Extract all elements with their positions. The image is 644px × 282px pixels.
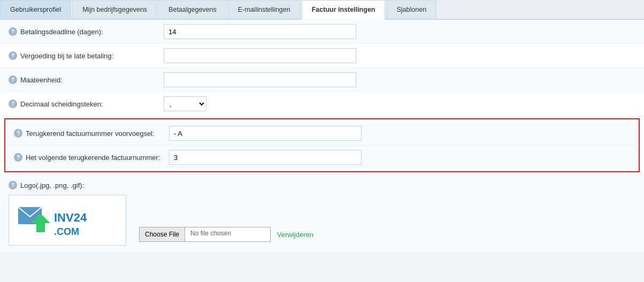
label-text-volgend-terugkerend: Het volgende terugkerende factuurnummer:	[26, 154, 160, 162]
label-maateenheid: ? Maateenheid:	[9, 75, 164, 84]
tab-e-mailinstellingen[interactable]: E-mailinstellingen	[228, 0, 301, 19]
label-decimaal: ? Decimaal scheidingsteken:	[9, 100, 164, 108]
label-text-factuurnummer-voorvoegsel: Terugkerend factuurnummer voorvoegsel:	[26, 129, 155, 138]
row-vergoeding: ? Vergoeding bij te late betaling:	[0, 44, 644, 68]
label-text-vergoeding: Vergoeding bij te late betaling:	[20, 52, 113, 60]
input-vergoeding[interactable]	[164, 48, 356, 63]
row-factuurnummer-voorvoegsel: ? Terugkerend factuurnummer voorvoegsel:	[5, 121, 639, 146]
main-content: ? Betalingsdeadline (dagen): ? Vergoedin…	[0, 20, 644, 253]
highlighted-recurring-section: ? Terugkerend factuurnummer voorvoegsel:…	[4, 118, 640, 172]
svg-text:.COM: .COM	[54, 226, 79, 237]
help-icon-volgend-terugkerend[interactable]: ?	[14, 153, 22, 162]
row-decimaal: ? Decimaal scheidingsteken: , . ;	[0, 92, 644, 116]
file-chosen-display: No file chosen	[185, 227, 271, 242]
row-volgend-terugkerend: ? Het volgende terugkerende factuurnumme…	[5, 146, 639, 169]
help-icon-betalingsdeadline[interactable]: ?	[9, 27, 17, 36]
label-vergoeding: ? Vergoeding bij te late betaling:	[9, 51, 164, 60]
input-volgend-terugkerend[interactable]	[169, 150, 362, 165]
label-text-decimaal: Decimaal scheidingsteken:	[20, 100, 103, 108]
tab-sjablonen[interactable]: Sjablonen	[386, 0, 436, 19]
help-icon-factuurnummer-voorvoegsel[interactable]: ?	[14, 129, 22, 138]
input-maateenheid[interactable]	[164, 72, 356, 87]
help-icon-logo[interactable]: ?	[9, 181, 17, 189]
logo-preview: INV24 .COM	[9, 195, 126, 246]
tab-factuur-instellingen[interactable]: Factuur instellingen	[302, 0, 386, 20]
tab-betaalgegevens[interactable]: Betaalgegevens	[158, 0, 227, 19]
logo-section: ? Logo(.jpg, .png, .gif): INV24 .COM	[0, 174, 644, 253]
logo-label: ? Logo(.jpg, .png, .gif):	[9, 181, 635, 189]
row-betalingsdeadline: ? Betalingsdeadline (dagen):	[0, 20, 644, 44]
help-icon-vergoeding[interactable]: ?	[9, 51, 17, 60]
label-factuurnummer-voorvoegsel: ? Terugkerend factuurnummer voorvoegsel:	[14, 129, 169, 138]
svg-text:INV24: INV24	[54, 211, 87, 224]
logo-content: INV24 .COM Choose File No file chosen Ve…	[9, 195, 635, 246]
verwijderen-link[interactable]: Verwijderen	[277, 231, 313, 239]
logo-svg: INV24 .COM	[14, 197, 121, 243]
help-icon-maateenheid[interactable]: ?	[9, 75, 17, 84]
file-upload-area: Choose File No file chosen Verwijderen	[139, 195, 313, 242]
label-text-logo: Logo(.jpg, .png, .gif):	[20, 181, 84, 189]
label-betalingsdeadline: ? Betalingsdeadline (dagen):	[9, 27, 164, 36]
tab-gebruikersprofiel[interactable]: Gebruikersprofiel	[0, 0, 71, 19]
select-decimaal[interactable]: , . ;	[164, 96, 206, 111]
label-text-maateenheid: Maateenheid:	[20, 76, 63, 84]
row-maateenheid: ? Maateenheid:	[0, 68, 644, 92]
input-factuurnummer-voorvoegsel[interactable]	[169, 126, 362, 141]
tab-bar: Gebruikersprofiel Mijn bedrijfsgegevens …	[0, 0, 644, 20]
input-betalingsdeadline[interactable]	[164, 24, 356, 39]
help-icon-decimaal[interactable]: ?	[9, 100, 17, 108]
label-volgend-terugkerend: ? Het volgende terugkerende factuurnumme…	[14, 153, 169, 162]
label-text-betalingsdeadline: Betalingsdeadline (dagen):	[20, 28, 103, 36]
tab-mijn-bedrijfsgegevens[interactable]: Mijn bedrijfsgegevens	[72, 0, 157, 19]
file-upload-row: Choose File No file chosen Verwijderen	[139, 227, 313, 242]
choose-file-button[interactable]: Choose File	[139, 227, 185, 242]
